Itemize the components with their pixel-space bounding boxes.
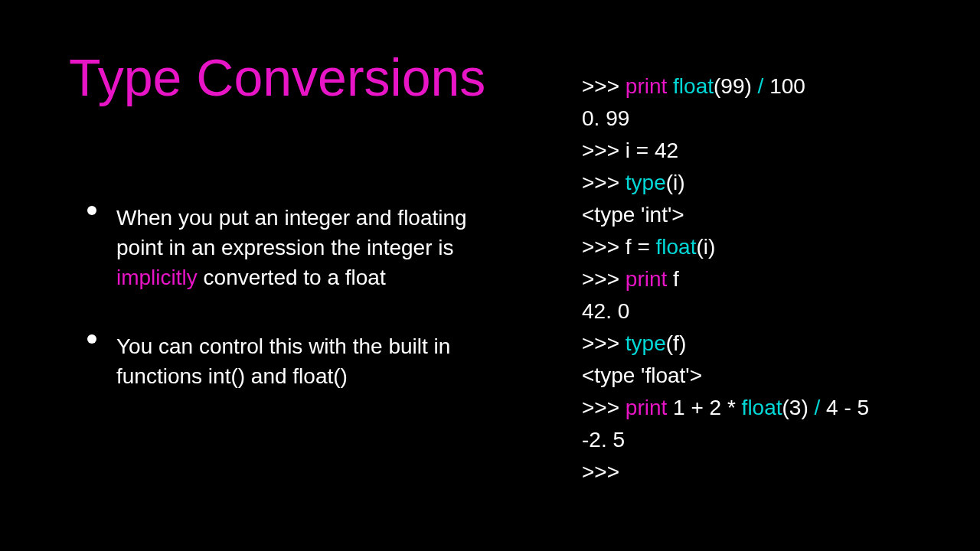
code-line: -2. 5	[582, 424, 869, 456]
code-text: (99)	[714, 74, 758, 98]
bullet-text: When you put an integer and floating poi…	[116, 203, 505, 293]
code-line: <type 'float'>	[582, 360, 869, 392]
bullet-dot-icon	[87, 206, 96, 215]
bullet-pre: When you put an integer and floating poi…	[116, 206, 467, 259]
code-prompt: >>>	[582, 331, 626, 355]
code-line: >>> print 1 + 2 * float(3) / 4 - 5	[582, 392, 869, 424]
code-prompt: >>>	[582, 267, 626, 291]
code-keyword: print	[626, 267, 667, 291]
code-prompt: >>>	[582, 396, 626, 419]
code-keyword: print	[626, 74, 673, 98]
code-line: >>>	[582, 456, 869, 488]
code-line: <type 'int'>	[582, 199, 869, 231]
code-func: float	[656, 235, 697, 259]
code-block: >>> print float(99) / 100 0. 99 >>> i = …	[582, 70, 869, 488]
bullet-emphasis: implicitly	[116, 266, 198, 289]
code-text: 100	[763, 74, 805, 98]
bullet-dot-icon	[87, 334, 96, 344]
bullet-pre: You can control this with the built in f…	[116, 334, 450, 388]
code-line: >>> f = float(i)	[582, 231, 869, 263]
code-line: 42. 0	[582, 295, 869, 328]
bullet-list: When you put an integer and floating poi…	[115, 203, 505, 429]
code-text: (3)	[782, 396, 815, 419]
code-line: 0. 99	[582, 103, 869, 135]
code-keyword: print	[626, 396, 667, 419]
code-line: >>> type(f)	[582, 328, 869, 360]
code-text: f	[667, 267, 679, 291]
bullet-post: converted to a float	[198, 266, 386, 289]
code-text: (i)	[696, 235, 715, 259]
slide: Type Conversions When you put an integer…	[0, 0, 980, 551]
code-prompt: >>>	[582, 74, 626, 98]
code-text: (i)	[666, 171, 685, 194]
code-func: type	[626, 171, 666, 194]
bullet-item: You can control this with the built in f…	[115, 331, 505, 391]
code-text: >>> f =	[582, 235, 656, 259]
bullet-item: When you put an integer and floating poi…	[115, 203, 505, 293]
slide-title: Type Conversions	[69, 47, 485, 107]
code-text: 1 + 2 *	[667, 396, 741, 419]
code-text: (f)	[666, 331, 686, 355]
code-func: type	[626, 331, 666, 355]
code-line: >>> type(i)	[582, 167, 869, 199]
code-func: float	[742, 396, 782, 419]
code-line: >>> print float(99) / 100	[582, 70, 869, 103]
code-text: 4 - 5	[820, 396, 869, 419]
code-prompt: >>>	[582, 171, 626, 194]
code-func: float	[673, 74, 714, 98]
bullet-text: You can control this with the built in f…	[116, 331, 505, 391]
code-line: >>> i = 42	[582, 135, 869, 167]
code-line: >>> print f	[582, 263, 869, 295]
